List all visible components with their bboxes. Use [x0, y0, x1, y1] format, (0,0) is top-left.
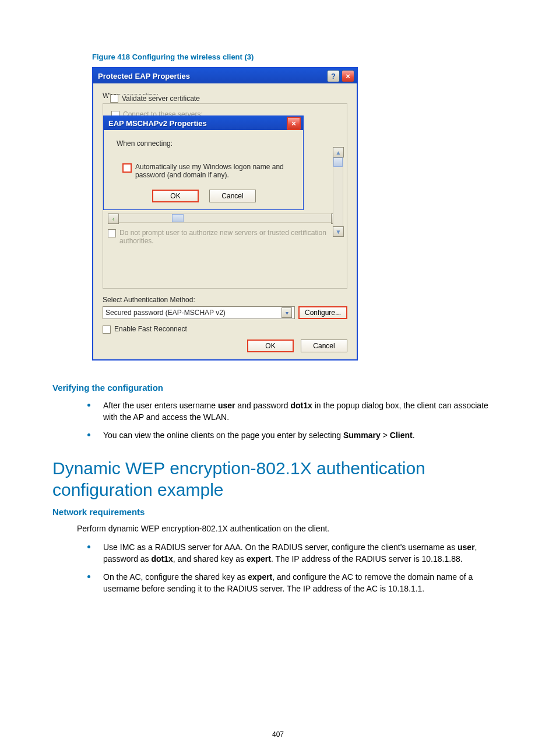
text-span: > — [381, 430, 390, 440]
verify-list: After the user enters username user and … — [87, 400, 504, 441]
inner-cancel-button[interactable]: Cancel — [209, 190, 256, 202]
inner-dialog-titlebar: EAP MSCHAPv2 Properties × — [104, 116, 303, 130]
vertical-scroll-thumb[interactable] — [333, 158, 343, 167]
validate-cert-checkbox[interactable] — [110, 94, 118, 103]
protected-eap-dialog: Protected EAP Properties ? × When connec… — [92, 67, 358, 360]
inner-dialog-title: EAP MSCHAPv2 Properties — [108, 119, 285, 128]
dialog-title: Protected EAP Properties — [98, 72, 325, 80]
list-item: You can view the online clients on the p… — [87, 429, 504, 441]
bold-user: user — [458, 542, 475, 552]
horizontal-scroll-track[interactable] — [119, 214, 331, 223]
no-prompt-checkbox[interactable] — [108, 229, 116, 237]
list-item: Use IMC as a RADIUS server for AAA. On t… — [87, 541, 504, 565]
netreq-heading: Network requirements — [52, 507, 504, 517]
auth-method-value: Secured password (EAP-MSCHAP v2) — [105, 309, 226, 317]
list-item: On the AC, configure the shared key as e… — [87, 571, 504, 595]
help-icon[interactable]: ? — [327, 70, 340, 82]
bold-summary: Summary — [343, 430, 381, 440]
validate-cert-label: Validate server certificate — [122, 94, 200, 103]
scroll-down-icon[interactable]: ▼ — [333, 226, 344, 237]
bold-key: expert — [248, 572, 272, 582]
text-span: and password — [235, 401, 290, 410]
text-span: You can view the online clients on the p… — [103, 430, 343, 440]
fast-reconnect-label: Enable Fast Reconnect — [114, 325, 347, 333]
chevron-down-icon: ▾ — [281, 307, 292, 318]
bold-pass: dot1x — [290, 401, 312, 410]
bullet-icon — [87, 404, 90, 407]
outer-cancel-button[interactable]: Cancel — [301, 340, 347, 352]
bullet-icon — [87, 433, 90, 436]
bullet-icon — [87, 575, 90, 578]
dialog-titlebar: Protected EAP Properties ? × — [93, 68, 357, 83]
configure-button[interactable]: Configure... — [298, 306, 347, 319]
bold-key: expert — [247, 554, 271, 564]
vertical-scroll-track[interactable] — [333, 158, 343, 226]
text-span: Use IMC as a RADIUS server for AAA. On t… — [103, 542, 458, 552]
scroll-left-icon[interactable]: ‹ — [108, 214, 119, 224]
main-heading: Dynamic WEP encryption-802.1X authentica… — [52, 457, 504, 501]
outer-ok-button[interactable]: OK — [247, 340, 294, 352]
page-number: 407 — [0, 730, 556, 738]
horizontal-scroll-thumb[interactable] — [172, 214, 184, 222]
list-item: After the user enters username user and … — [87, 400, 504, 424]
inner-ok-button[interactable]: OK — [152, 190, 199, 202]
no-prompt-label: Do not prompt user to authorize new serv… — [119, 229, 342, 245]
text-span: , and shared key as — [173, 554, 247, 564]
text-span: On the AC, configure the shared key as — [103, 572, 248, 582]
figure-caption: Figure 418 Configuring the wireless clie… — [92, 52, 504, 61]
text-span: . The IP address of the RADIUS server is… — [271, 554, 463, 564]
text-span: After the user enters username — [103, 401, 218, 410]
auto-logon-label: Automatically use my Windows logon name … — [135, 163, 291, 179]
bold-pass: dot1x — [151, 554, 173, 564]
eap-mschapv2-dialog: EAP MSCHAPv2 Properties × When connectin… — [103, 116, 304, 210]
verify-heading: Verifying the configuration — [52, 383, 504, 393]
scroll-up-icon[interactable]: ▲ — [333, 147, 344, 158]
close-icon[interactable]: × — [342, 70, 354, 82]
netreq-list: Use IMC as a RADIUS server for AAA. On t… — [87, 541, 504, 594]
netreq-intro: Perform dynamic WEP encryption-802.1X au… — [77, 523, 504, 534]
bold-client: Client — [390, 430, 413, 440]
auto-logon-checkbox[interactable] — [122, 163, 132, 173]
inner-when-connecting-label: When connecting: — [117, 139, 291, 148]
inner-close-icon[interactable]: × — [287, 117, 301, 130]
auth-method-dropdown[interactable]: Secured password (EAP-MSCHAP v2) ▾ — [103, 306, 295, 319]
text-span: . — [413, 430, 415, 440]
select-auth-label: Select Authentication Method: — [103, 296, 347, 304]
fast-reconnect-checkbox[interactable] — [103, 326, 111, 334]
bold-user: user — [218, 401, 235, 410]
bullet-icon — [87, 545, 90, 548]
